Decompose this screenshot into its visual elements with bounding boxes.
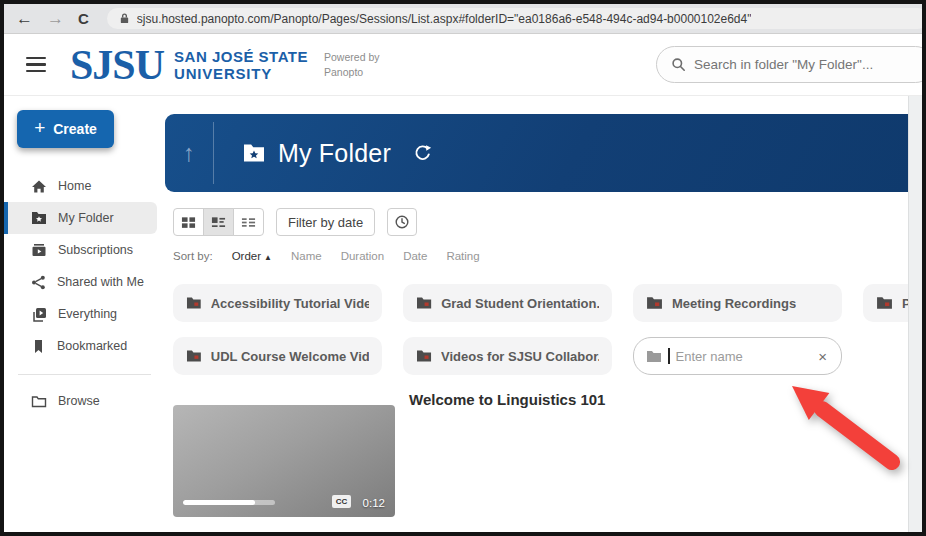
video-folder-icon (416, 349, 432, 363)
grid-view-icon (181, 216, 196, 229)
sidebar-item-shared-with-me[interactable]: Shared with Me (4, 266, 157, 298)
app-header: SJSU SAN JOSÉ STATE UNIVERSITY Powered b… (4, 34, 922, 96)
folder-chip-accessibility[interactable]: Accessibility Tutorial Vide... (173, 284, 382, 322)
url-text: sjsu.hosted.panopto.com/Panopto/Pages/Se… (137, 12, 752, 26)
folder-banner: ↑ My Folder (165, 114, 908, 192)
sidebar-item-bookmarked[interactable]: Bookmarked (4, 330, 157, 362)
video-duration: 0:12 (363, 497, 385, 509)
powered-by-panopto: Powered by Panopto (324, 50, 379, 78)
folder-search[interactable] (656, 46, 926, 83)
video-progress-fill (183, 500, 255, 505)
grid-view-button[interactable] (173, 208, 204, 236)
browse-folder-icon (31, 395, 47, 408)
sort-bar: Sort by: Order▲ Name Duration Date Ratin… (173, 250, 908, 262)
video-progress-bar (183, 500, 275, 505)
folder-star-icon (242, 143, 266, 163)
folder-chip-grad-student[interactable]: Grad Student Orientation... (403, 284, 612, 322)
video-folder-icon (186, 296, 202, 310)
sort-option-rating[interactable]: Rating (446, 250, 479, 262)
video-folder-icon (876, 296, 893, 310)
share-icon (31, 275, 46, 290)
sidebar-divider (18, 374, 151, 375)
text-cursor (668, 348, 670, 364)
clock-icon (394, 214, 410, 230)
home-icon (31, 179, 47, 194)
folder-row-2: UDL Course Welcome Vid... Videos for SJS… (173, 337, 908, 375)
view-toolbar: Filter by date (173, 208, 908, 236)
sort-option-date[interactable]: Date (403, 250, 427, 262)
search-icon (671, 57, 686, 72)
sidebar-item-everything[interactable]: Everything (4, 298, 157, 330)
browser-reload-icon[interactable]: C (78, 11, 89, 26)
sidebar-item-my-folder[interactable]: My Folder (4, 202, 157, 234)
create-button[interactable]: + Create (17, 110, 114, 148)
sort-ascending-icon: ▲ (264, 253, 272, 262)
folder-title: My Folder (278, 139, 391, 168)
sjsu-logo: SJSU (70, 44, 164, 86)
video-title[interactable]: Welcome to Linguistics 101 (409, 391, 605, 408)
video-folder-icon (416, 296, 432, 310)
scheduled-recordings-button[interactable] (387, 208, 417, 236)
search-input[interactable] (694, 57, 919, 72)
detail-list-view-icon (241, 216, 256, 229)
input-placeholder: Enter name (676, 349, 811, 364)
folder-chip-udl-course[interactable]: UDL Course Welcome Vid... (173, 337, 382, 375)
bookmark-icon (31, 339, 46, 354)
folder-chip-purple[interactable]: Purp (863, 284, 908, 322)
address-bar[interactable]: sjsu.hosted.panopto.com/Panopto/Pages/Se… (107, 8, 926, 29)
video-list: CC 0:12 Welcome to Linguistics 101 (173, 391, 908, 517)
window-edge-strip (908, 96, 922, 532)
sort-option-duration[interactable]: Duration (341, 250, 384, 262)
closed-captions-badge: CC (332, 495, 351, 508)
sidebar-item-subscriptions[interactable]: Subscriptions (4, 234, 157, 266)
hamburger-menu-icon[interactable] (26, 57, 46, 73)
thumbnail-list-view-button[interactable] (203, 208, 234, 236)
clear-input-icon[interactable]: × (816, 348, 829, 365)
folder-icon (646, 350, 662, 363)
sidebar-nav: Home My Folder Subscriptions (4, 170, 165, 362)
video-folder-icon (186, 349, 202, 363)
sidebar: + Create Home My Folder (4, 96, 165, 532)
plus-icon: + (34, 117, 45, 139)
subscriptions-icon (31, 243, 47, 257)
folder-row-1: Accessibility Tutorial Vide... Grad Stud… (173, 284, 908, 322)
folder-chip-videos-sjsu[interactable]: Videos for SJSU Collabor... (403, 337, 612, 375)
refresh-icon[interactable] (413, 144, 432, 163)
sort-option-order[interactable]: Order▲ (232, 250, 272, 262)
lock-icon (119, 12, 130, 25)
folder-star-icon (31, 211, 47, 225)
browser-back-icon[interactable]: ← (16, 10, 33, 27)
browser-toolbar: ← → C sjsu.hosted.panopto.com/Panopto/Pa… (4, 4, 922, 34)
folder-chip-meeting-recordings[interactable]: Meeting Recordings (633, 284, 842, 322)
sort-by-label: Sort by: (173, 250, 213, 262)
detail-list-view-button[interactable] (233, 208, 264, 236)
thumbnail-list-view-icon (211, 216, 226, 229)
video-thumbnail[interactable]: CC 0:12 (173, 405, 395, 517)
parent-folder-up-icon[interactable]: ↑ (165, 114, 213, 192)
screenshot-frame: ← → C sjsu.hosted.panopto.com/Panopto/Pa… (0, 0, 926, 536)
video-folder-icon (646, 296, 663, 310)
everything-icon (31, 307, 47, 322)
browser-forward-icon[interactable]: → (47, 10, 64, 27)
new-folder-name-input[interactable]: Enter name × (633, 337, 842, 375)
sort-option-name[interactable]: Name (291, 250, 322, 262)
sidebar-item-home[interactable]: Home (4, 170, 157, 202)
filter-by-date-button[interactable]: Filter by date (276, 208, 375, 236)
main-content: ↑ My Folder (165, 96, 908, 532)
sidebar-item-browse[interactable]: Browse (4, 385, 157, 417)
university-wordmark: SAN JOSÉ STATE UNIVERSITY (174, 48, 308, 82)
